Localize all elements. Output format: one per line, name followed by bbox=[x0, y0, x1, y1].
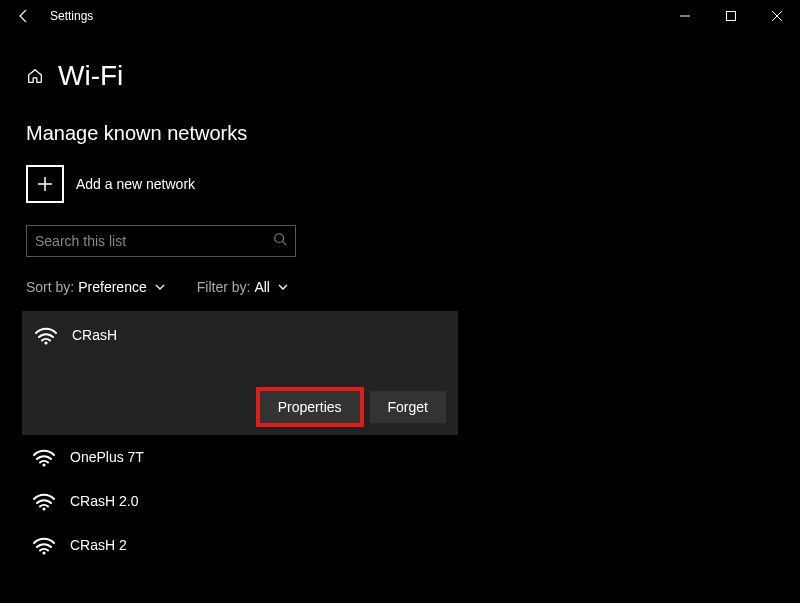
window-title: Settings bbox=[50, 9, 93, 23]
close-button[interactable] bbox=[754, 0, 800, 32]
search-icon bbox=[273, 232, 287, 250]
back-button[interactable] bbox=[6, 0, 42, 32]
filters-row: Sort by: Preference Filter by: All bbox=[26, 279, 774, 295]
sort-value: Preference bbox=[78, 279, 146, 295]
filter-value: All bbox=[254, 279, 270, 295]
wifi-icon bbox=[32, 491, 58, 511]
svg-rect-0 bbox=[727, 12, 736, 21]
network-row: CRasH 2 bbox=[32, 535, 127, 555]
network-name: CRasH bbox=[72, 327, 117, 343]
network-item[interactable]: CRasH 2 bbox=[22, 523, 774, 567]
sort-by-dropdown[interactable]: Sort by: Preference bbox=[26, 279, 165, 295]
page-title: Wi-Fi bbox=[58, 60, 123, 92]
svg-point-1 bbox=[275, 234, 284, 243]
svg-point-3 bbox=[42, 463, 45, 466]
network-item[interactable]: CRasH 2.0 bbox=[22, 479, 774, 523]
properties-button[interactable]: Properties bbox=[260, 391, 360, 423]
home-icon[interactable] bbox=[26, 67, 44, 85]
add-network-label: Add a new network bbox=[76, 176, 195, 192]
svg-point-4 bbox=[42, 507, 45, 510]
forget-button[interactable]: Forget bbox=[370, 391, 446, 423]
plus-icon bbox=[26, 165, 64, 203]
network-row: OnePlus 7T bbox=[32, 447, 144, 467]
close-icon bbox=[772, 11, 782, 21]
minimize-button[interactable] bbox=[662, 0, 708, 32]
chevron-down-icon bbox=[278, 279, 288, 295]
wifi-icon bbox=[32, 447, 58, 467]
network-item[interactable]: OnePlus 7T bbox=[22, 435, 774, 479]
add-network-button[interactable]: Add a new network bbox=[26, 165, 774, 203]
page-header: Wi-Fi bbox=[26, 60, 774, 92]
filter-by-dropdown[interactable]: Filter by: All bbox=[197, 279, 288, 295]
network-name: OnePlus 7T bbox=[70, 449, 144, 465]
network-name: CRasH 2.0 bbox=[70, 493, 138, 509]
section-title: Manage known networks bbox=[26, 122, 774, 145]
network-actions: PropertiesForget bbox=[34, 391, 446, 423]
filter-label: Filter by: bbox=[197, 279, 251, 295]
back-arrow-icon bbox=[16, 8, 32, 24]
sort-label: Sort by: bbox=[26, 279, 74, 295]
maximize-button[interactable] bbox=[708, 0, 754, 32]
wifi-icon bbox=[32, 535, 58, 555]
content: Wi-Fi Manage known networks Add a new ne… bbox=[0, 32, 800, 567]
window-controls bbox=[662, 0, 800, 32]
svg-point-5 bbox=[42, 551, 45, 554]
titlebar: Settings bbox=[0, 0, 800, 32]
network-list: CRasHPropertiesForgetOnePlus 7TCRasH 2.0… bbox=[22, 311, 774, 567]
minimize-icon bbox=[680, 11, 690, 21]
maximize-icon bbox=[726, 11, 736, 21]
network-name: CRasH 2 bbox=[70, 537, 127, 553]
network-item[interactable]: CRasHPropertiesForget bbox=[22, 311, 458, 435]
svg-point-2 bbox=[44, 341, 47, 344]
search-input[interactable] bbox=[35, 233, 273, 249]
network-row: CRasH bbox=[34, 325, 446, 345]
search-box[interactable] bbox=[26, 225, 296, 257]
wifi-icon bbox=[34, 325, 60, 345]
chevron-down-icon bbox=[155, 279, 165, 295]
network-row: CRasH 2.0 bbox=[32, 491, 138, 511]
